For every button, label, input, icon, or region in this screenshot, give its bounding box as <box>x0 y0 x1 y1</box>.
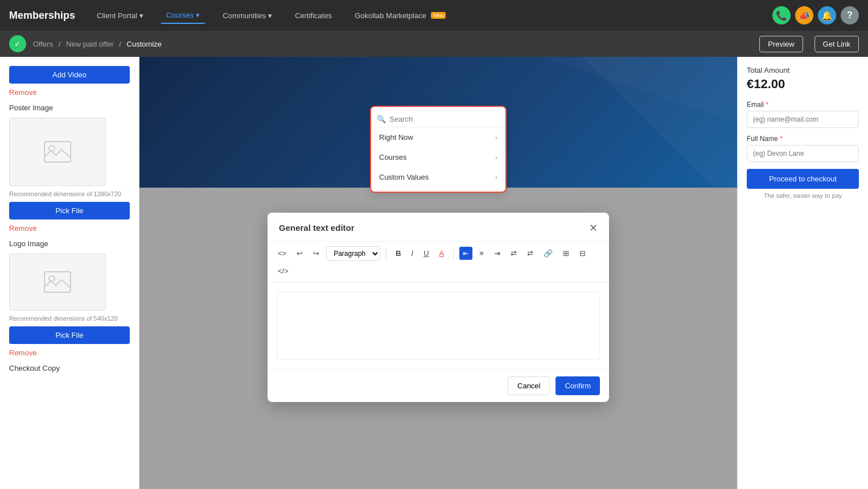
add-video-button[interactable]: Add Video <box>9 66 130 84</box>
notification-icon-btn[interactable]: 🔔 <box>818 6 836 24</box>
help-icon-btn[interactable]: ? <box>841 6 859 24</box>
svg-point-1 <box>49 146 55 151</box>
rec-dimensions-poster: Recommended dimensions of 1280x720 <box>9 190 130 197</box>
modal-body <box>268 283 609 369</box>
dropdown-item-custom-values[interactable]: Custom Values › <box>371 167 505 187</box>
dropdown-item-right-now[interactable]: Right Now › <box>371 127 505 147</box>
logo-image-placeholder <box>9 254 106 310</box>
remove-logo-link[interactable]: Remove <box>9 349 130 357</box>
email-label: Email * <box>747 101 859 109</box>
dropdown-search-input[interactable] <box>389 115 500 123</box>
toolbar-code-btn[interactable]: <> <box>274 247 290 260</box>
toolbar-separator-1 <box>386 248 386 259</box>
breadcrumb-bar: ✓ Offers / New paid offer / Customize Pr… <box>0 31 868 57</box>
safer-pay-text: The safer, easier way to pay <box>747 192 859 199</box>
nav-certificates[interactable]: Certificates <box>289 8 338 23</box>
toolbar-table-btn[interactable]: ⊞ <box>560 247 573 260</box>
preview-button[interactable]: Preview <box>759 36 803 52</box>
logo-image-icon <box>43 271 72 293</box>
dropdown-search-row: 🔍 <box>371 111 505 127</box>
chevron-right-icon: › <box>495 154 497 161</box>
nav-communities[interactable]: Communities ▾ <box>217 8 278 23</box>
toolbar-separator-2 <box>453 248 454 259</box>
modal-close-button[interactable]: ✕ <box>589 222 598 234</box>
nav-icons: 📞 📣 🔔 ? <box>772 6 859 24</box>
modal-header: General text editor ✕ <box>268 213 609 242</box>
toolbar-text-color-btn[interactable]: A <box>436 247 448 260</box>
toolbar-bold-btn[interactable]: B <box>392 247 404 260</box>
checkout-button[interactable]: Proceed to checkout <box>747 169 859 189</box>
fullname-input[interactable] <box>747 145 859 162</box>
nav-courses[interactable]: Courses ▾ <box>161 7 205 24</box>
nav-gokollab[interactable]: Gokollab Marketplace New <box>349 8 451 23</box>
toolbar-list-btn[interactable]: ⇄ <box>524 247 537 260</box>
toolbar-paragraph-select[interactable]: Paragraph <box>326 246 380 261</box>
toolbar-link-btn[interactable]: 🔗 <box>540 247 556 260</box>
modal-title: General text editor <box>279 223 355 233</box>
right-panel: Total Amount €12.00 Email * Full Name * … <box>737 57 868 489</box>
nav-client-portal[interactable]: Client Portal ▾ <box>91 8 149 23</box>
breadcrumb-check-icon: ✓ <box>9 35 26 52</box>
chevron-right-icon: › <box>495 173 497 181</box>
dropdown-panel: 🔍 Right Now › Courses › Custom Values › <box>370 106 507 193</box>
svg-rect-2 <box>44 272 71 292</box>
chevron-down-icon: ▾ <box>268 11 272 20</box>
chevron-down-icon: ▾ <box>139 11 143 20</box>
email-input[interactable] <box>747 111 859 128</box>
poster-image-label: Poster Image <box>9 103 130 112</box>
confirm-button[interactable]: Confirm <box>556 376 600 395</box>
remove-video-link[interactable]: Remove <box>9 88 130 97</box>
main-layout: Add Video Remove Poster Image Recommende… <box>0 57 868 489</box>
left-sidebar: Add Video Remove Poster Image Recommende… <box>0 57 139 489</box>
logo-image-label: Logo Image <box>9 239 130 248</box>
image-icon <box>43 140 72 163</box>
email-required-marker: * <box>766 101 768 109</box>
checkout-copy-label: Checkout Copy <box>9 364 130 372</box>
total-amount-value: €12.00 <box>747 77 859 92</box>
modal-overlay: 🔍 Right Now › Courses › Custom Values › <box>139 57 737 489</box>
rec-dimensions-logo: Recommended dimensions of 540x120 <box>9 315 130 322</box>
breadcrumb: Offers / New paid offer / Customize <box>33 40 162 48</box>
top-nav: Memberships Client Portal ▾ Courses ▾ Co… <box>0 0 868 31</box>
pick-file-poster-button[interactable]: Pick File <box>9 202 130 219</box>
dropdown-item-courses[interactable]: Courses › <box>371 147 505 167</box>
toolbar-embed-btn[interactable]: </> <box>274 264 292 277</box>
toolbar-align-justify-btn[interactable]: ⇄ <box>507 247 520 260</box>
cancel-button[interactable]: Cancel <box>508 376 550 395</box>
fullname-label: Full Name * <box>747 135 859 143</box>
editor-area[interactable] <box>277 292 600 360</box>
phone-icon-btn[interactable]: 📞 <box>772 6 791 24</box>
search-icon: 🔍 <box>377 115 386 123</box>
chevron-right-icon: › <box>495 134 497 142</box>
toolbar-italic-btn[interactable]: I <box>408 247 417 260</box>
svg-point-3 <box>49 276 55 281</box>
modal-footer: Cancel Confirm <box>268 369 609 402</box>
get-link-button[interactable]: Get Link <box>814 36 859 52</box>
toolbar-align-right-btn[interactable]: ⇥ <box>491 247 504 260</box>
megaphone-icon-btn[interactable]: 📣 <box>795 6 813 24</box>
poster-image-placeholder <box>9 118 106 186</box>
toolbar-merge-btn[interactable]: ⊟ <box>576 247 589 260</box>
toolbar-align-left-btn[interactable]: ⇤ <box>459 247 472 260</box>
toolbar-underline-btn[interactable]: U <box>420 247 432 260</box>
chevron-down-icon: ▾ <box>196 11 200 19</box>
center-content: 🔍 Right Now › Courses › Custom Values › <box>139 57 737 489</box>
new-badge: New <box>431 12 446 19</box>
toolbar-undo-btn[interactable]: ↩ <box>293 247 306 260</box>
pick-file-logo-button[interactable]: Pick File <box>9 326 130 344</box>
brand-logo: Memberships <box>9 10 75 22</box>
toolbar-align-center-btn[interactable]: ≡ <box>476 247 487 260</box>
toolbar-redo-btn[interactable]: ↪ <box>310 247 323 260</box>
total-amount-label: Total Amount <box>747 66 859 74</box>
modal-toolbar: <> ↩ ↪ Paragraph B I U A ⇤ ≡ ⇥ ⇄ ⇄ <box>268 242 609 283</box>
modal-dialog: General text editor ✕ <> ↩ ↪ Paragraph B… <box>268 213 609 402</box>
fullname-required-marker: * <box>780 135 783 143</box>
remove-poster-link[interactable]: Remove <box>9 224 130 233</box>
svg-rect-0 <box>44 142 71 162</box>
